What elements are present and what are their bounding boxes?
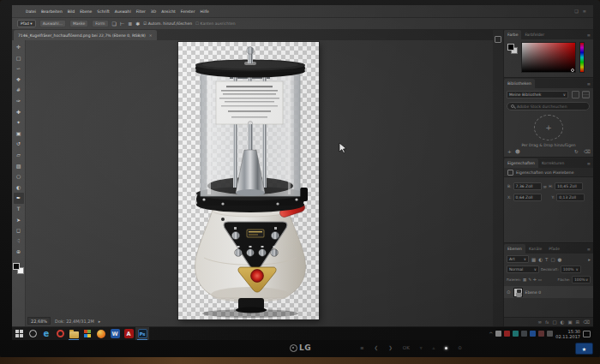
- panel-menu-icon[interactable]: ≡: [587, 161, 591, 166]
- lock-position-icon[interactable]: ✛: [533, 277, 537, 282]
- color-picker-handle[interactable]: [571, 69, 574, 72]
- menu-filter[interactable]: Filter: [136, 9, 146, 14]
- path-arrange-icon[interactable]: ≣: [128, 20, 132, 27]
- menu-3d[interactable]: 3D: [151, 9, 156, 14]
- power-button[interactable]: ⊙: [458, 345, 462, 350]
- new-group-icon[interactable]: ▣: [567, 319, 572, 325]
- blur-tool[interactable]: ○: [14, 171, 24, 182]
- adobe-stock-search-input[interactable]: Adobe Stock durchsuchen: [507, 102, 590, 110]
- layer-style-icon[interactable]: fx: [545, 320, 549, 325]
- tab-bibliotheken[interactable]: Bibliotheken: [504, 79, 535, 88]
- tray-icon[interactable]: [504, 331, 510, 337]
- make-shape-button[interactable]: Form: [92, 20, 108, 27]
- pen-tool[interactable]: ✒: [14, 193, 24, 204]
- panel-menu-icon[interactable]: ≡: [587, 81, 591, 87]
- down-button[interactable]: ▿: [420, 345, 423, 350]
- ok-input-button[interactable]: OK: [403, 345, 410, 350]
- add-mask-icon[interactable]: ▢: [552, 319, 556, 325]
- add-content-icon[interactable]: +: [507, 149, 512, 154]
- healing-brush-tool[interactable]: ✚: [14, 107, 24, 118]
- zoom-tool[interactable]: ⊕: [14, 247, 24, 258]
- menu-bild[interactable]: Bild: [68, 9, 75, 14]
- layer-name[interactable]: Ebene 0: [525, 290, 541, 295]
- tray-icon[interactable]: [530, 331, 536, 337]
- new-layer-icon[interactable]: ⊞: [576, 319, 580, 325]
- link-dimensions-icon[interactable]: ∞: [543, 184, 548, 189]
- color-gradient-field[interactable]: [521, 42, 576, 73]
- store-button[interactable]: [81, 327, 94, 341]
- opacity-field[interactable]: 100%∨: [561, 266, 581, 273]
- photoshop-button[interactable]: Ps: [135, 327, 149, 341]
- panel-menu-icon[interactable]: ≡: [583, 9, 586, 14]
- tab-eigenschaften[interactable]: Eigenschaften: [504, 158, 538, 168]
- panel-menu-icon[interactable]: ≡: [587, 33, 591, 38]
- file-explorer-button[interactable]: [67, 327, 81, 341]
- layer-row[interactable]: ⊙ Ebene 0: [504, 286, 593, 298]
- sync-icon[interactable]: ↻: [574, 149, 579, 154]
- menu-fenster[interactable]: Fenster: [181, 9, 195, 14]
- filter-shape-icon[interactable]: ▢: [550, 257, 555, 262]
- collapsed-panel-icon[interactable]: [495, 36, 501, 43]
- color-fg-bg-swatches[interactable]: [507, 44, 518, 54]
- eyedropper-tool[interactable]: ✑: [14, 96, 24, 107]
- eye-icon[interactable]: ⊙: [507, 289, 511, 295]
- auto-add-delete-checkbox[interactable]: ☑ Autom. hinzuf./löschen: [143, 21, 192, 26]
- filter-adjustment-icon[interactable]: ◐: [538, 257, 543, 262]
- path-align-icon[interactable]: ⊢: [120, 20, 124, 27]
- path-operations-icon[interactable]: ❏: [112, 20, 117, 27]
- fill-field[interactable]: 100%∨: [572, 276, 591, 283]
- crop-tool[interactable]: #: [14, 85, 24, 96]
- y-field[interactable]: 0,13 Zoll: [556, 194, 585, 201]
- tab-pfade[interactable]: Pfade: [545, 244, 563, 254]
- tab-korrekturen[interactable]: Korrekturen: [538, 158, 567, 168]
- lock-all-icon[interactable]: ▭: [538, 277, 542, 282]
- clock[interactable]: 15:30 02.11.2017: [555, 329, 580, 339]
- gear-icon[interactable]: ✱: [135, 20, 140, 27]
- height-field[interactable]: 10,45 Zoll: [555, 182, 583, 190]
- filter-type-icon[interactable]: T: [545, 257, 548, 262]
- left-button[interactable]: ❮: [375, 345, 379, 350]
- x-field[interactable]: 0,64 Zoll: [513, 194, 542, 201]
- trash-icon[interactable]: ⌫: [584, 149, 591, 154]
- lasso-tool[interactable]: ∽: [14, 63, 24, 75]
- lock-pixels-icon[interactable]: ✎: [528, 277, 531, 282]
- type-tool[interactable]: T: [14, 204, 24, 215]
- word-button[interactable]: W: [108, 327, 122, 341]
- move-tool[interactable]: ✛: [14, 42, 24, 53]
- hidden-icons-chevron[interactable]: ^: [489, 331, 493, 337]
- status-expand-icon[interactable]: ▸: [99, 319, 101, 324]
- marquee-tool[interactable]: ▢: [14, 53, 24, 64]
- layer-filter-dropdown[interactable]: Art∨: [507, 255, 529, 263]
- width-field[interactable]: 7,36 Zoll: [513, 182, 542, 190]
- gradient-tool[interactable]: ▨: [14, 161, 24, 172]
- make-selection-button[interactable]: Auswahl…: [39, 20, 66, 27]
- menu-ansicht[interactable]: Ansicht: [161, 9, 176, 14]
- align-edges-checkbox[interactable]: ☐ Kanten ausrichten: [195, 21, 236, 26]
- tab-ebenen[interactable]: Ebenen: [504, 244, 525, 254]
- menu-auswahl[interactable]: Auswahl: [115, 9, 131, 14]
- canvas-area[interactable]: 22,68% Dok: 22,4M/31,2M ▸: [26, 40, 493, 326]
- menu-ebene[interactable]: Ebene: [80, 9, 92, 14]
- right-button[interactable]: ❯: [388, 345, 393, 350]
- tab-farbfelder[interactable]: Farbfelder: [521, 30, 548, 39]
- cortana-button[interactable]: [26, 327, 39, 341]
- tab-farbe[interactable]: Farbe: [504, 30, 521, 39]
- collaborate-icon[interactable]: ☻: [515, 149, 520, 154]
- layer-thumbnail[interactable]: [513, 288, 523, 297]
- menu-hilfe[interactable]: Hilfe: [201, 9, 209, 14]
- library-view-grid-icon[interactable]: [572, 91, 579, 98]
- zoom-level-field[interactable]: 22,68%: [27, 317, 51, 325]
- path-selection-tool[interactable]: ➤: [14, 215, 24, 226]
- tray-icon[interactable]: [538, 331, 544, 337]
- shape-tool[interactable]: ◻: [14, 225, 24, 236]
- filter-toggle-icon[interactable]: ▸: [588, 257, 591, 262]
- foreground-color-swatch[interactable]: [13, 263, 20, 270]
- workspace-icon[interactable]: ❏: [574, 9, 578, 14]
- quick-selection-tool[interactable]: ❖: [14, 75, 24, 86]
- dropzone-circle[interactable]: +: [534, 115, 563, 140]
- acrobat-button[interactable]: A: [122, 327, 135, 341]
- blend-mode-dropdown[interactable]: Normal∨: [507, 266, 539, 273]
- filter-pixel-icon[interactable]: ▦: [531, 257, 536, 262]
- brush-tool[interactable]: ✦: [14, 117, 24, 128]
- start-button[interactable]: [12, 327, 26, 341]
